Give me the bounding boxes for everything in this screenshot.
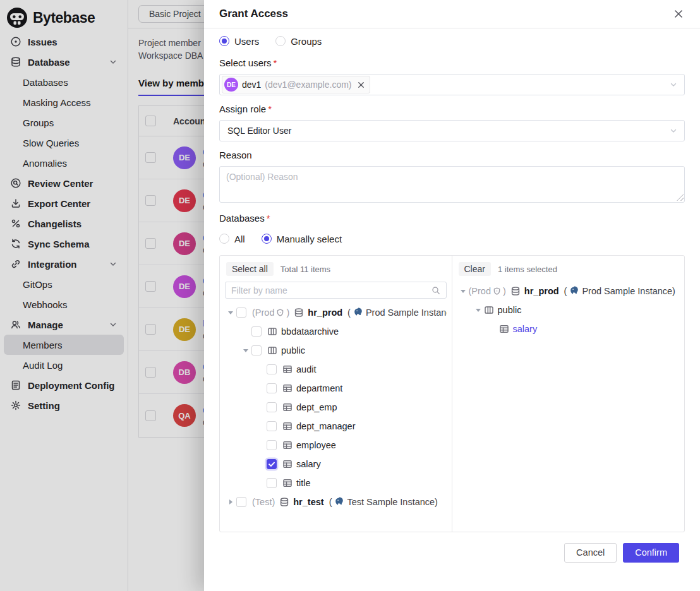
tree-node-hr_prod[interactable]: (Prod)hr_prod(Prod Sample Instance) — [225, 303, 447, 322]
user-email: (dev1@example.com) — [265, 80, 351, 90]
node-name: dept_manager — [296, 421, 356, 431]
node-checkbox[interactable] — [251, 345, 262, 355]
tree-node-dept_manager[interactable]: dept_manager — [225, 417, 447, 436]
node-checkbox[interactable] — [251, 326, 262, 337]
tree-node-department[interactable]: department — [225, 379, 447, 398]
db-scope-radio-all[interactable]: All — [219, 234, 245, 244]
radio-label: Users — [234, 36, 259, 47]
node-checkbox[interactable] — [267, 383, 277, 393]
tree-node-title[interactable]: title — [225, 474, 447, 492]
role-select[interactable]: SQL Editor User — [219, 120, 685, 141]
node-name: salary — [513, 324, 538, 334]
shield-icon — [493, 287, 501, 296]
users-select[interactable]: DE dev1 (dev1@example.com) — [219, 74, 685, 95]
table-icon — [282, 421, 293, 431]
modal-title: Grant Access — [219, 8, 288, 20]
radio-dot-icon — [262, 234, 272, 244]
db-scope-radio-manually-select[interactable]: Manually select — [262, 234, 342, 244]
modal-header: Grant Access — [204, 0, 700, 28]
node-name: employee — [296, 440, 336, 450]
radio-label: Manually select — [277, 234, 342, 244]
environment-label: (Prod) — [469, 286, 506, 296]
reason-label: Reason — [219, 150, 685, 160]
table-icon — [282, 383, 293, 393]
required-asterisk: * — [274, 57, 277, 68]
transfer-selected-panel: Clear 1 items selected (Prod)hr_prod(Pro… — [452, 256, 685, 532]
node-checkbox[interactable] — [236, 497, 246, 507]
tree-node-bbdataarchive[interactable]: bbdataarchive — [225, 322, 447, 341]
node-name: salary — [296, 459, 321, 469]
tree-node-audit[interactable]: audit — [225, 360, 447, 379]
member-type-radio-groups[interactable]: Groups — [275, 36, 322, 47]
node-name: department — [296, 383, 342, 393]
tree-node-employee[interactable]: employee — [225, 436, 447, 455]
selected-database-tree: (Prod)hr_prod(Prod Sample Instance)publi… — [457, 282, 680, 527]
reason-textarea[interactable] — [219, 166, 685, 203]
selected-items-count: 1 items selected — [498, 265, 557, 274]
tree-node-salary[interactable]: salary — [225, 455, 447, 474]
reason-field-wrap — [219, 166, 685, 203]
tree-node-public[interactable]: public — [225, 341, 447, 360]
source-panel-header: Select all Total 11 items — [225, 261, 447, 282]
assign-role-label: Assign role* — [219, 104, 685, 114]
tree-node-hr_test[interactable]: (Test)hr_test(Test Sample Instance) — [225, 492, 447, 511]
database-transfer-panel: Select all Total 11 items (Prod)hr_prod(… — [219, 255, 685, 532]
node-checkbox[interactable] — [267, 364, 277, 374]
grant-access-modal: Grant Access UsersGroups Select users* D… — [204, 0, 700, 591]
filter-input[interactable] — [231, 285, 431, 296]
instance-label: (Test Sample Instance) — [329, 497, 438, 507]
tree-node-dept_emp[interactable]: dept_emp — [225, 398, 447, 417]
postgresql-icon — [569, 286, 579, 296]
radio-label: All — [234, 234, 245, 244]
member-type-radio-users[interactable]: Users — [219, 36, 259, 47]
selected-user-chip: DE dev1 (dev1@example.com) — [222, 76, 370, 93]
node-checkbox[interactable] — [236, 307, 246, 318]
confirm-button[interactable]: Confirm — [623, 543, 679, 563]
source-database-tree: (Prod)hr_prod(Prod Sample Instance)bbdat… — [225, 303, 447, 527]
role-select-value: SQL Editor User — [227, 126, 291, 136]
caret-icon[interactable] — [457, 290, 469, 293]
required-asterisk: * — [267, 213, 270, 224]
node-checkbox[interactable] — [267, 402, 277, 412]
node-name: public — [498, 305, 522, 315]
node-checkbox[interactable] — [267, 478, 277, 488]
node-checkbox[interactable] — [267, 440, 277, 450]
close-icon[interactable] — [672, 8, 685, 20]
postgresql-icon — [334, 497, 344, 507]
select-all-button[interactable]: Select all — [226, 262, 274, 276]
shield-icon — [276, 309, 284, 317]
node-name: public — [281, 345, 305, 355]
tree-node-hr_prod[interactable]: (Prod)hr_prod(Prod Sample Instance) — [457, 282, 680, 301]
database-icon — [279, 497, 289, 507]
table-icon — [282, 364, 293, 374]
caret-icon[interactable] — [240, 349, 251, 352]
node-name: hr_test — [293, 497, 323, 507]
cancel-button[interactable]: Cancel — [564, 543, 617, 563]
total-items-count: Total 11 items — [281, 265, 330, 274]
caret-icon[interactable] — [225, 499, 236, 504]
environment-label: (Prod) — [252, 307, 289, 318]
tree-node-salary[interactable]: salary — [457, 319, 680, 338]
radio-dot-icon — [219, 234, 229, 244]
table-icon — [282, 478, 293, 488]
caret-icon[interactable] — [473, 309, 484, 312]
caret-icon[interactable] — [225, 311, 236, 314]
node-name: dept_emp — [296, 402, 337, 412]
clear-button[interactable]: Clear — [459, 262, 491, 276]
schema-icon — [484, 305, 494, 315]
node-checkbox[interactable] — [267, 421, 277, 431]
table-icon — [282, 402, 293, 412]
node-checkbox[interactable] — [267, 459, 277, 469]
filter-input-wrap — [225, 282, 447, 299]
remove-user-icon[interactable] — [357, 81, 365, 89]
tree-node-public[interactable]: public — [457, 301, 680, 319]
database-icon — [510, 286, 521, 296]
instance-label: (Prod Sample Instance) — [564, 286, 675, 296]
chevron-down-icon — [669, 80, 678, 89]
postgresql-icon — [353, 307, 363, 318]
database-icon — [294, 307, 304, 318]
instance-label: (Prod Sample Instance) — [347, 307, 446, 318]
chevron-down-icon — [669, 126, 678, 135]
member-type-radio-group: UsersGroups — [219, 35, 685, 47]
modal-body: UsersGroups Select users* DE dev1 (dev1@… — [204, 28, 700, 591]
